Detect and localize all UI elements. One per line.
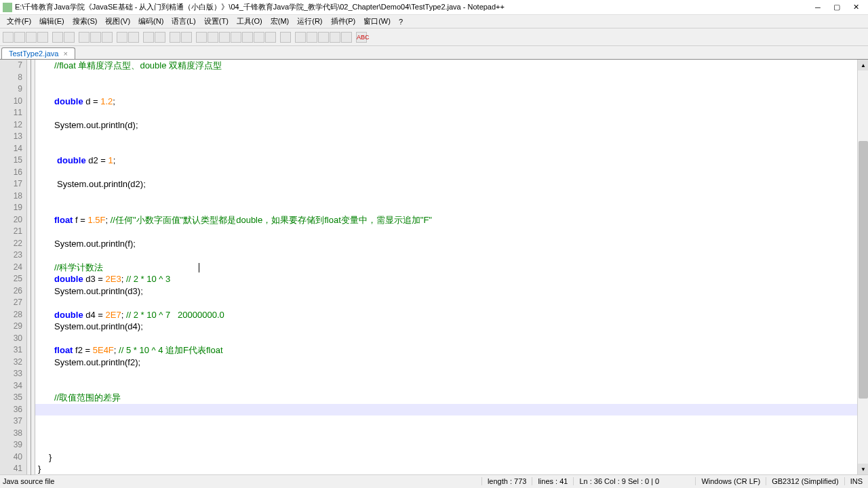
spell-icon[interactable]: ABC [356,32,367,43]
code-line[interactable] [35,415,868,428]
menu-edit[interactable]: 编辑(E) [35,15,68,28]
status-eol: Windows (CR LF) [695,477,766,485]
code-line[interactable]: float f = 1.5F; //任何"小数字面值"默认类型都是double，… [35,214,868,226]
minimize-button[interactable]: ─ [808,1,827,14]
code-line[interactable] [35,167,868,179]
code-line[interactable] [35,226,868,238]
code-line[interactable]: //科学计数法 [35,262,868,274]
code-line[interactable]: double d2 = 1; [35,155,868,167]
close-icon[interactable] [52,32,63,43]
monitor-icon[interactable] [280,32,291,43]
menu-file[interactable]: 文件(F) [3,15,35,28]
editor: 7891011121314151617181920212223242526272… [0,60,868,474]
menu-search[interactable]: 搜索(S) [68,15,102,28]
record-icon[interactable] [295,32,306,43]
play-icon[interactable] [307,32,317,43]
code-line[interactable] [35,143,868,155]
statusbar: Java source file length : 773 lines : 41… [0,474,868,487]
code-line[interactable] [35,380,868,392]
window-controls: ─ ▢ ✕ [808,1,865,14]
status-mode: INS [844,477,868,485]
indent-icon[interactable] [231,32,241,43]
code-line[interactable]: System.out.println(d4); [35,321,868,333]
code-line[interactable]: } [35,463,868,474]
code-line[interactable]: System.out.println(f2); [35,357,868,369]
fold-margin [27,60,35,474]
saveall-icon[interactable] [37,32,48,43]
code-line[interactable] [35,202,868,214]
code-area[interactable]: //float 单精度浮点型、double 双精度浮点型double d = 1… [35,60,868,474]
closeall-icon[interactable] [64,32,75,43]
paste-icon[interactable] [102,32,113,43]
allchars-icon[interactable] [219,32,230,43]
code-line[interactable]: //float 单精度浮点型、double 双精度浮点型 [35,60,868,72]
code-line[interactable]: //取值范围的差异 [35,392,868,404]
doc-icon[interactable] [254,32,264,43]
open-icon[interactable] [14,32,25,43]
zoomout-icon[interactable] [181,32,192,43]
code-line[interactable] [35,428,868,440]
code-line[interactable]: System.out.println(f); [35,238,868,250]
code-line[interactable]: System.out.println(d3); [35,285,868,298]
code-line[interactable] [35,439,868,451]
code-line[interactable]: float f2 = 5E4F; // 5 * 10 ^ 4 追加F代表floa… [35,344,868,357]
sync-icon[interactable] [196,32,207,43]
tab-file[interactable]: TestType2.java × [1,47,75,59]
code-line[interactable] [35,190,868,203]
new-icon[interactable] [3,32,14,43]
menu-macro[interactable]: 宏(M) [267,15,294,28]
code-line[interactable] [35,333,868,345]
redo-icon[interactable] [128,32,139,43]
code-line[interactable] [35,368,868,380]
code-line[interactable] [35,249,868,262]
scroll-down-icon[interactable]: ▼ [858,464,868,474]
code-line[interactable] [35,72,868,84]
code-line[interactable]: double d3 = 2E3; // 2 * 10 ^ 3 [35,273,868,285]
menu-help[interactable]: ? [395,16,407,27]
code-line[interactable]: } [35,451,868,464]
menubar: 文件(F) 编辑(E) 搜索(S) 视图(V) 编码(N) 语言(L) 设置(T… [0,15,868,28]
code-line[interactable] [35,297,868,309]
code-line[interactable]: double d4 = 2E7; // 2 * 10 ^ 7 20000000.… [35,309,868,321]
zoomin-icon[interactable] [170,32,180,43]
menu-view[interactable]: 视图(V) [101,15,134,28]
close-button[interactable]: ✕ [846,1,865,14]
code-line[interactable] [35,131,868,143]
menu-window[interactable]: 窗口(W) [359,15,395,28]
window-title: E:\千锋教育Java学院《JavaSE基础 - 从入门到精通（小白版）》\04… [15,2,808,12]
save-icon[interactable] [26,32,37,43]
playrec-icon[interactable] [330,32,340,43]
status-lines: lines : 41 [532,477,573,485]
titlebar: E:\千锋教育Java学院《JavaSE基础 - 从入门到精通（小白版）》\04… [0,0,868,15]
menu-tools[interactable]: 工具(O) [233,15,267,28]
toolbar: ABC [0,28,868,46]
scroll-thumb[interactable] [859,141,868,399]
menu-plugins[interactable]: 插件(P) [327,15,360,28]
code-line[interactable]: System.out.println(d); [35,119,868,131]
stop-icon[interactable] [318,32,329,43]
menu-language[interactable]: 语言(L) [167,15,199,28]
undo-icon[interactable] [117,32,127,43]
saverec-icon[interactable] [341,32,352,43]
menu-run[interactable]: 运行(R) [293,15,326,28]
status-encoding: GB2312 (Simplified) [766,477,844,485]
cut-icon[interactable] [79,32,90,43]
status-filetype: Java source file [0,477,481,485]
scroll-up-icon[interactable]: ▲ [858,60,868,70]
wrap-icon[interactable] [208,32,218,43]
code-line[interactable] [35,83,868,96]
code-line[interactable]: System.out.println(d2); [35,178,868,190]
replace-icon[interactable] [155,32,165,43]
menu-settings[interactable]: 设置(T) [200,15,233,28]
maximize-button[interactable]: ▢ [827,1,846,14]
copy-icon[interactable] [90,32,101,43]
tab-close-icon[interactable]: × [63,49,67,58]
vertical-scrollbar[interactable]: ▲ ▼ [857,60,868,474]
find-icon[interactable] [143,32,154,43]
folder-icon[interactable] [242,32,253,43]
code-line[interactable] [35,404,868,416]
code-line[interactable]: double d = 1.2; [35,96,868,108]
code-line[interactable] [35,107,868,119]
func-icon[interactable] [265,32,276,43]
menu-encoding[interactable]: 编码(N) [134,15,167,28]
